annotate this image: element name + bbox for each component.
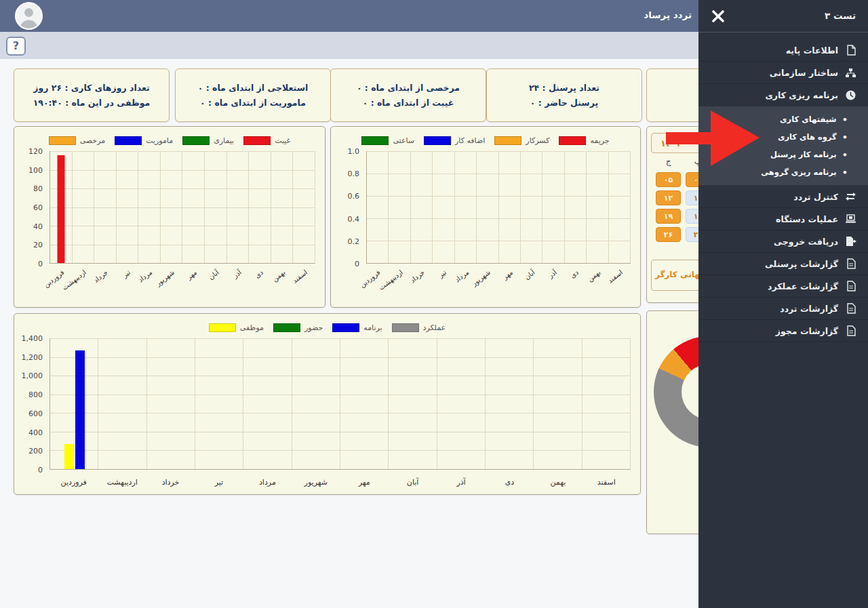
y-tick-label: 40 [33,222,43,230]
calendar-day-cell[interactable]: ۰۵ [656,172,681,187]
legend-item: جریمه [559,136,609,145]
x-tick-label: اسفند [597,478,616,487]
sidebar-item-label: گزارشات تردد [780,304,838,314]
x-tick-label: فروردین [61,478,87,487]
sidebar-item-export[interactable]: دریافت خروجی [698,230,868,253]
file-export-icon [845,236,856,247]
sidebar-item-access-control[interactable]: کنترل تردد [698,186,868,208]
bullet-icon: • [842,133,848,142]
x-tick-label: اردیبهشت [106,478,137,487]
sidebar-item-attendance-reports[interactable]: گزارشات تردد [698,298,868,320]
calendar-day-cell[interactable]: ۲۶ [656,227,681,242]
x-tick-label: خرداد [162,478,180,487]
y-tick-label: 0.2 [348,237,360,245]
sidebar-item-label: گزارشات عملکرد [768,281,838,291]
chart-legend: عملکردبرنامهحضورموظفی [14,319,640,336]
sidebar-title: تست ۳ [825,10,856,21]
y-tick-label: 1,200 [22,352,43,361]
legend-swatch [243,136,271,145]
calendar-day-cell[interactable]: ۱۲ [656,190,681,205]
sidebar-item-label: عملیات دستگاه [776,214,838,224]
clock-icon [845,90,856,100]
sidebar-item-org-structure[interactable]: ساختار سازمانی [698,62,868,84]
hours-bar-chart: جریمهکسرکاراضافه کارساعتی 1.00.80.60.40.… [330,126,641,308]
x-tick-label: آذر [456,478,465,487]
sidebar-item-work-planning[interactable]: برنامه ریزی کاری [698,84,868,106]
y-tick-label: 60 [33,203,43,212]
sidebar-item-personnel-reports[interactable]: گزارشات پرسنلی [698,253,868,275]
chart-legend: غیبتبیماریماموریتمرخصی [14,132,325,148]
y-tick-label: 120 [28,147,43,156]
y-tick-label: 800 [28,390,43,399]
x-tick-label: دی [569,268,580,279]
legend-label: ماموریت [146,136,173,145]
sidebar-item-label: دریافت خروجی [774,237,838,247]
y-tick-label: 0 [38,260,43,268]
y-axis: 1,4001,2001,0008006004002000 [20,338,47,470]
sidebar-item-label: گزارشات پرسنلی [765,259,838,269]
sidebar-item-label: گزارشات مجوز [776,326,838,336]
x-tick-label: خرداد [92,268,109,284]
close-icon[interactable] [711,9,726,24]
sidebar-subitem-label: گروه های کاری [778,132,837,142]
y-tick-label: 20 [33,241,43,249]
absence-bar-chart: غیبتبیماریماموریتمرخصی 120100806040200 ف… [14,126,326,308]
x-tick-label: مرداد [259,478,276,487]
legend-item: بیماری [182,136,234,145]
x-tick-label: آبان [523,268,536,281]
stat-line: استعلاجی از ابتدای ماه : ۰ [176,83,330,93]
legend-swatch [273,323,300,332]
y-tick-label: 1,000 [22,371,43,380]
y-tick-label: 100 [28,165,43,174]
stat-line: غیبت از ابتدای ماه : ۰ [331,98,486,108]
user-avatar[interactable] [15,2,43,30]
x-tick-label: شهریور [155,268,176,287]
bar-غیبت [58,155,65,264]
report-icon [845,303,856,314]
stat-card-leave-absence: مرخصی از ابتدای ماه : ۰ غیبت از ابتدای م… [330,68,486,122]
legend-swatch [424,136,451,145]
plot-area [366,151,631,264]
legend-label: غیبت [275,136,290,145]
person-icon [16,3,41,28]
stat-line: پرسنل حاضر : ۰ [487,98,642,108]
x-axis: فروردیناردیبهشتخردادتیرمردادشهریورمهرآبا… [50,472,631,490]
x-tick-label: آذر [547,268,558,279]
y-tick-label: 200 [28,447,43,455]
help-button[interactable]: ? [6,37,26,56]
legend-swatch [209,323,236,332]
legend-item: موظفی [209,323,264,332]
y-tick-label: 400 [28,428,43,437]
calendar-day-cell[interactable]: ۱۹ [656,209,681,224]
x-axis: فروردیناردیبهشتخردادتیرمردادشهریورمهرآبا… [366,266,631,303]
x-tick-label: بهمن [550,478,566,487]
legend-swatch [49,136,76,145]
sidebar-item-base-info[interactable]: اطلاعات پایه [698,39,868,62]
exchange-icon [845,192,856,201]
legend-item: مرخصی [49,136,105,145]
x-tick-label: بهمن [271,268,287,283]
legend-swatch [392,323,419,332]
sidebar-subitem-label: شیفتهای کاری [780,115,837,124]
legend-label: مرخصی [80,136,105,145]
legend-label: حضور [304,323,323,332]
sidebar-subitem-label: برنامه کار پرسنل [770,150,837,159]
x-axis: فروردیناردیبهشتخردادتیرمردادشهریورمهرآبا… [50,266,315,303]
sidebar-item-permit-reports[interactable]: گزارشات مجوز [698,320,868,342]
legend-label: ساعتی [393,136,414,145]
file-icon [845,45,856,56]
sidebar-item-device-operations[interactable]: عملیات دستگاه [698,208,868,230]
bullet-icon: • [842,150,848,159]
y-tick-label: 80 [33,184,43,193]
x-tick-label: تیر [215,478,223,487]
report-icon [845,258,856,269]
x-tick-label: دی [505,478,515,487]
bullet-icon: • [842,168,848,177]
x-tick-label: آذر [231,268,242,279]
x-tick-label: اسفند [291,268,309,285]
x-tick-label: اردیبهشت [377,268,403,291]
sidebar-item-performance-reports[interactable]: گزارشات عملکرد [698,275,868,298]
legend-label: جریمه [590,136,609,145]
x-tick-label: مهر [359,478,370,487]
legend-label: برنامه [363,323,382,332]
